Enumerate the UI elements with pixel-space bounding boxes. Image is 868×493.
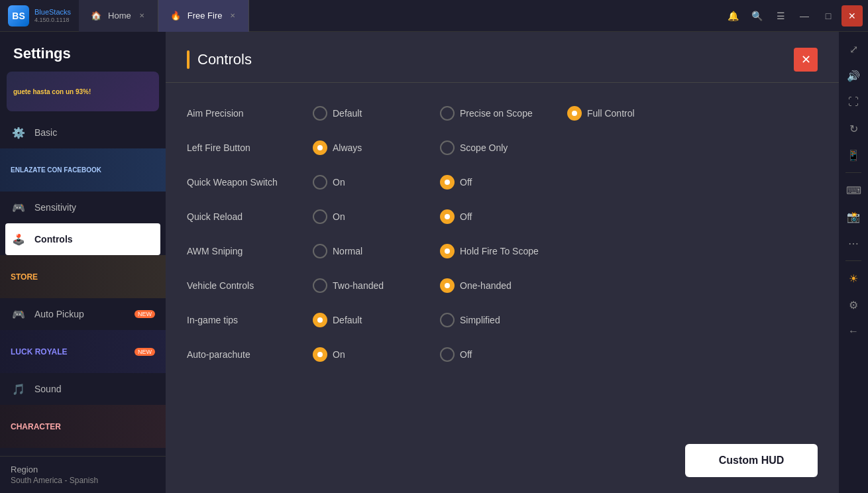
fire-scope-radio[interactable]: [440, 140, 455, 155]
rs-settings-button[interactable]: ⚙: [841, 293, 865, 317]
qw-off-label: Off: [460, 177, 472, 188]
tab-home[interactable]: 🏠 Home ✕: [79, 0, 158, 32]
qw-on-option[interactable]: On: [313, 175, 419, 190]
qw-on-radio[interactable]: [313, 175, 327, 190]
bluestacks-logo: BS BlueStacks 4.150.0.1118: [0, 0, 79, 32]
aim-fullcontrol-option[interactable]: Full Control: [567, 106, 673, 121]
sidebar-store-section[interactable]: STORE: [0, 255, 166, 298]
aim-precision-label: Aim Precision: [187, 108, 313, 119]
tips-default-label: Default: [333, 315, 362, 325]
home-tab-close[interactable]: ✕: [136, 11, 147, 21]
fire-scope-option[interactable]: Scope Only: [440, 140, 546, 155]
rs-divider-1: [845, 172, 861, 173]
sidebar-item-basic[interactable]: ⚙️ Basic: [0, 117, 166, 148]
luckroyale-content: LUCK ROYALE NEW: [0, 330, 166, 373]
fire-scope-label: Scope Only: [460, 142, 508, 153]
sidebar-item-others[interactable]: 📋 Others: [0, 448, 166, 456]
region-value: South America - Spanish: [11, 476, 155, 485]
sidebar-item-sound[interactable]: 🎵 Sound: [0, 373, 166, 405]
panel-accent-bar: [187, 50, 190, 69]
title-bar: BS BlueStacks 4.150.0.1118 🏠 Home ✕ 🔥 Fr…: [0, 0, 868, 32]
qr-off-radio[interactable]: [440, 209, 455, 224]
aim-default-radio[interactable]: [313, 106, 327, 121]
awm-holdfire-option[interactable]: Hold Fire To Scope: [440, 244, 546, 258]
qr-on-option[interactable]: On: [313, 209, 419, 224]
tips-simplified-option[interactable]: Simplified: [440, 313, 546, 327]
qw-off-radio[interactable]: [440, 175, 455, 190]
sidebar-ad-text: guete hasta con un 93%!: [13, 88, 91, 95]
controls-content: Aim Precision Default Precise on Scope F…: [166, 83, 839, 433]
ingame-tips-options: Default Simplified: [313, 313, 818, 327]
rs-brightness-button[interactable]: ☀: [841, 266, 865, 290]
fire-always-radio[interactable]: [313, 140, 327, 155]
sidebar-facebook-section[interactable]: ENLAZATE CON FACEBOOK: [0, 148, 166, 192]
ap-off-option[interactable]: Off: [440, 347, 546, 362]
sidebar-footer: Region South America - Spanish: [0, 456, 166, 493]
sidebar-item-sensitivity[interactable]: 🎮 Sensitivity: [0, 192, 166, 223]
tips-simplified-label: Simplified: [460, 315, 500, 325]
minimize-button[interactable]: —: [794, 5, 815, 27]
bell-button[interactable]: 🔔: [722, 5, 743, 27]
menu-button[interactable]: ☰: [770, 5, 791, 27]
custom-hud-area: Custom HUD: [166, 433, 839, 493]
tab-freefire[interactable]: 🔥 Free Fire ✕: [158, 0, 250, 32]
vc-onehanded-radio[interactable]: [440, 278, 455, 293]
quick-reload-options: On Off: [313, 209, 818, 224]
rs-keyboard-button[interactable]: ⌨: [841, 178, 865, 202]
rs-camera-button[interactable]: 📸: [841, 205, 865, 229]
aim-default-option[interactable]: Default: [313, 106, 419, 121]
autopickup-label: Auto Pickup: [34, 309, 84, 319]
rs-more-button[interactable]: ⋯: [841, 231, 865, 255]
title-bar-controls: 🔔 🔍 ☰ — □ ✕: [722, 5, 868, 27]
auto-parachute-label: Auto-parachute: [187, 349, 313, 360]
close-button[interactable]: ✕: [841, 5, 863, 27]
rs-volume-button[interactable]: 🔊: [841, 64, 865, 87]
ap-off-radio[interactable]: [440, 347, 455, 362]
freefire-tab-label: Free Fire: [188, 11, 223, 21]
awm-holdfire-radio[interactable]: [440, 244, 455, 258]
tips-default-radio[interactable]: [313, 313, 327, 327]
vc-twohanded-label: Two-handed: [333, 280, 384, 291]
facebook-content: ENLAZATE CON FACEBOOK: [0, 148, 166, 192]
ap-on-option[interactable]: On: [313, 347, 419, 362]
rs-expand-button[interactable]: ⤢: [841, 37, 865, 61]
awm-normal-option[interactable]: Normal: [313, 244, 419, 258]
close-panel-button[interactable]: ✕: [794, 48, 818, 72]
freefire-tab-close[interactable]: ✕: [227, 11, 238, 21]
tips-simplified-radio[interactable]: [440, 313, 455, 327]
awm-normal-radio[interactable]: [313, 244, 327, 258]
auto-parachute-row: Auto-parachute On Off: [187, 340, 818, 369]
rs-rotate-button[interactable]: ↻: [841, 117, 865, 140]
fire-always-option[interactable]: Always: [313, 140, 419, 155]
vc-onehanded-option[interactable]: One-handed: [440, 278, 546, 293]
vc-twohanded-radio[interactable]: [313, 278, 327, 293]
aim-fullcontrol-radio[interactable]: [567, 106, 582, 121]
sidebar-item-controls[interactable]: 🕹️ Controls: [5, 223, 160, 255]
sidebar-nav: ⚙️ Basic ENLAZATE CON FACEBOOK 🎮 Sensiti…: [0, 114, 166, 456]
custom-hud-button[interactable]: Custom HUD: [685, 444, 818, 477]
awm-normal-label: Normal: [333, 246, 362, 256]
ap-on-radio[interactable]: [313, 347, 327, 362]
aim-precise-radio[interactable]: [440, 106, 455, 121]
sidebar-item-autopickup[interactable]: 🎮 Auto Pickup NEW: [0, 298, 166, 330]
tips-default-option[interactable]: Default: [313, 313, 419, 327]
aim-precision-options: Default Precise on Scope Full Control: [313, 106, 818, 121]
bluestacks-info: BlueStacks 4.150.0.1118: [34, 8, 71, 23]
sidebar-luckroyale-section[interactable]: LUCK ROYALE NEW: [0, 330, 166, 373]
rs-back-button[interactable]: ←: [841, 319, 865, 343]
maximize-button[interactable]: □: [818, 5, 839, 27]
qw-off-option[interactable]: Off: [440, 175, 546, 190]
rs-fullscreen-button[interactable]: ⛶: [841, 90, 865, 114]
sensitivity-icon: 🎮: [11, 199, 27, 215]
vc-twohanded-option[interactable]: Two-handed: [313, 278, 419, 293]
home-tab-label: Home: [108, 11, 131, 21]
quick-reload-row: Quick Reload On Off: [187, 202, 818, 231]
basic-icon: ⚙️: [11, 125, 27, 140]
sound-label: Sound: [34, 384, 61, 394]
aim-precise-option[interactable]: Precise on Scope: [440, 106, 546, 121]
sidebar-character-section[interactable]: CHARACTER: [0, 405, 166, 448]
qr-on-radio[interactable]: [313, 209, 327, 224]
rs-phone-button[interactable]: 📱: [841, 143, 865, 167]
qr-off-option[interactable]: Off: [440, 209, 546, 224]
search-button[interactable]: 🔍: [746, 5, 767, 27]
